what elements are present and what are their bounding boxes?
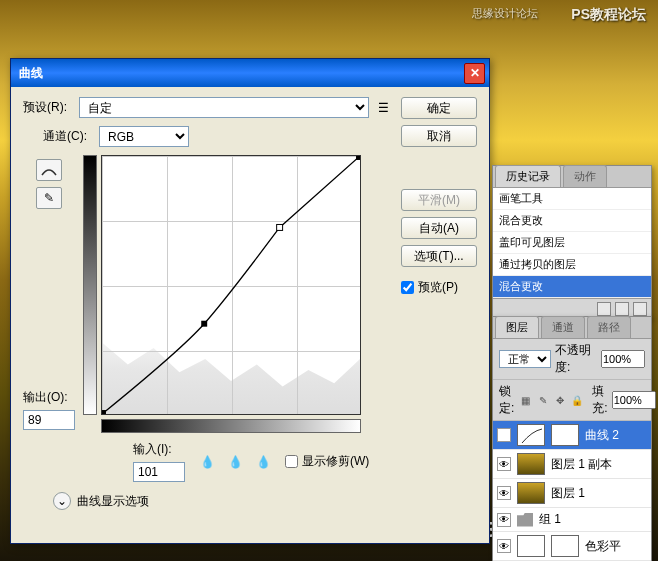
- tab-channels[interactable]: 通道: [541, 316, 585, 338]
- input-label: 输入(I):: [133, 441, 185, 458]
- layer-thumb: [517, 535, 545, 557]
- history-item[interactable]: 混合更改: [493, 276, 651, 298]
- curve-tool-icon[interactable]: [36, 159, 62, 181]
- horizontal-gradient: [101, 419, 361, 433]
- svg-rect-1: [277, 224, 283, 230]
- visibility-icon[interactable]: 👁: [497, 428, 511, 442]
- layer-name: 图层 1 副本: [551, 456, 612, 473]
- fill-label: 填充:: [592, 383, 607, 417]
- history-item[interactable]: 盖印可见图层: [493, 232, 651, 254]
- watermark-top: PS教程论坛: [571, 6, 646, 24]
- svg-rect-3: [356, 156, 360, 160]
- svg-rect-0: [201, 321, 207, 327]
- visibility-icon[interactable]: 👁: [497, 457, 511, 471]
- layer-row[interactable]: 👁 色彩平: [493, 532, 651, 561]
- tab-actions[interactable]: 动作: [563, 165, 607, 187]
- pencil-tool-icon[interactable]: ✎: [36, 187, 62, 209]
- tab-paths[interactable]: 路径: [587, 316, 631, 338]
- layer-name: 色彩平: [585, 538, 621, 555]
- close-button[interactable]: ✕: [464, 63, 485, 84]
- curve-line: [102, 156, 360, 414]
- layer-row[interactable]: 👁 曲线 2: [493, 421, 651, 450]
- history-item[interactable]: 画笔工具: [493, 188, 651, 210]
- titlebar: 曲线 ✕: [11, 59, 489, 87]
- history-list: 画笔工具 混合更改 盖印可见图层 通过拷贝的图层 混合更改: [493, 188, 651, 298]
- layer-row[interactable]: 👁 图层 1: [493, 479, 651, 508]
- layer-name: 组 1: [539, 511, 561, 528]
- preview-checkbox[interactable]: 预览(P): [401, 279, 477, 296]
- layers-panel: 图层 通道 路径 正常 不透明度: 锁定: ▦ ✎ ✥ 🔒 填充: 👁 曲线 2…: [492, 316, 652, 561]
- smooth-button: 平滑(M): [401, 189, 477, 211]
- output-input[interactable]: [23, 410, 75, 430]
- blend-mode-select[interactable]: 正常: [499, 350, 551, 368]
- mask-thumb: [551, 424, 579, 446]
- channel-label: 通道(C):: [43, 128, 93, 145]
- history-item[interactable]: 通过拷贝的图层: [493, 254, 651, 276]
- ok-button[interactable]: 确定: [401, 97, 477, 119]
- curve-graph[interactable]: [101, 155, 361, 415]
- tab-layers[interactable]: 图层: [495, 316, 539, 338]
- eyedropper-gray-icon[interactable]: 💧: [225, 452, 245, 472]
- show-clip-checkbox[interactable]: 显示修剪(W): [285, 453, 369, 470]
- visibility-icon[interactable]: 👁: [497, 513, 511, 527]
- options-button[interactable]: 选项(T)...: [401, 245, 477, 267]
- watermark-top2: 思缘设计论坛: [472, 6, 538, 21]
- dialog-title: 曲线: [19, 65, 464, 82]
- history-panel: 历史记录 动作 画笔工具 混合更改 盖印可见图层 通过拷贝的图层 混合更改: [492, 165, 652, 319]
- visibility-icon[interactable]: 👁: [497, 486, 511, 500]
- visibility-icon[interactable]: 👁: [497, 539, 511, 553]
- fill-input[interactable]: [612, 391, 656, 409]
- lock-all-icon[interactable]: 🔒: [569, 393, 584, 408]
- layer-thumb: [517, 453, 545, 475]
- eyedropper-black-icon[interactable]: 💧: [197, 452, 217, 472]
- preset-menu-icon[interactable]: ☰: [375, 100, 391, 116]
- layer-row[interactable]: 👁 组 1: [493, 508, 651, 532]
- layer-thumb: [517, 482, 545, 504]
- tab-history[interactable]: 历史记录: [495, 165, 561, 187]
- vertical-gradient: [83, 155, 97, 415]
- lock-brush-icon[interactable]: ✎: [535, 393, 550, 408]
- channel-select[interactable]: RGB: [99, 126, 189, 147]
- preset-label: 预设(R):: [23, 99, 73, 116]
- expand-options-icon[interactable]: ⌄: [53, 492, 71, 510]
- layer-thumb: [517, 424, 545, 446]
- new-snapshot-icon[interactable]: [597, 302, 611, 316]
- history-item[interactable]: 混合更改: [493, 210, 651, 232]
- eyedropper-white-icon[interactable]: 💧: [253, 452, 273, 472]
- cancel-button[interactable]: 取消: [401, 125, 477, 147]
- opacity-input[interactable]: [601, 350, 645, 368]
- input-input[interactable]: [133, 462, 185, 482]
- curves-dialog: 曲线 ✕ 预设(R): 自定 ☰ 通道(C): RGB ✎ 输出(O):: [10, 58, 490, 544]
- trash-icon[interactable]: [633, 302, 647, 316]
- lock-label: 锁定:: [499, 383, 514, 417]
- auto-button[interactable]: 自动(A): [401, 217, 477, 239]
- layer-name: 图层 1: [551, 485, 585, 502]
- preset-select[interactable]: 自定: [79, 97, 369, 118]
- lock-move-icon[interactable]: ✥: [552, 393, 567, 408]
- svg-rect-2: [102, 410, 106, 414]
- layer-row[interactable]: 👁 图层 1 副本: [493, 450, 651, 479]
- opacity-label: 不透明度:: [555, 342, 597, 376]
- output-label: 输出(O):: [23, 389, 75, 406]
- display-options-label: 曲线显示选项: [77, 493, 149, 510]
- new-doc-icon[interactable]: [615, 302, 629, 316]
- folder-icon: [517, 513, 533, 527]
- mask-thumb: [551, 535, 579, 557]
- lock-pixels-icon[interactable]: ▦: [518, 393, 533, 408]
- layer-name: 曲线 2: [585, 427, 619, 444]
